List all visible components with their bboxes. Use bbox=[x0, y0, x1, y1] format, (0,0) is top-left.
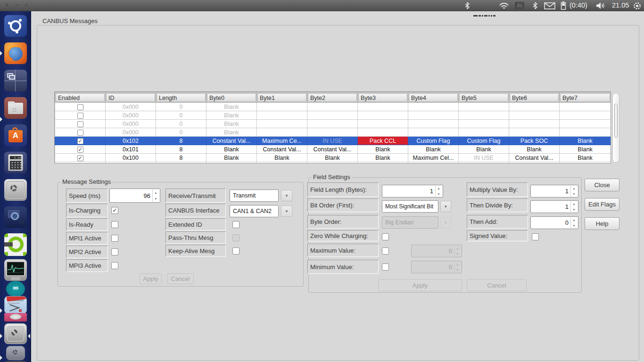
byte-cell[interactable]: Blank bbox=[459, 145, 509, 154]
table-row[interactable]: ✓0x1018BlankConstant Val...Constant Val.… bbox=[55, 145, 611, 154]
length-cell[interactable]: 0 bbox=[156, 128, 206, 137]
minimum-value-spinner[interactable]: 0▲▼ bbox=[411, 261, 462, 273]
message-cancel-button[interactable]: Cancel bbox=[167, 273, 194, 284]
table-row[interactable]: 0x0000Blank bbox=[55, 128, 611, 137]
row-enabled-checkbox[interactable] bbox=[77, 130, 83, 136]
dock-item-files[interactable]: ⌂ bbox=[4, 97, 27, 119]
pass-thru-mesg-checkbox[interactable] bbox=[232, 234, 239, 241]
bluetooth-icon[interactable] bbox=[532, 2, 538, 11]
byte-cell[interactable] bbox=[307, 120, 358, 128]
byte-order-combo-arrow[interactable]: ▼ bbox=[440, 217, 451, 228]
bit-order-combo-arrow[interactable]: ▼ bbox=[440, 201, 451, 212]
bluetooth-icon[interactable] bbox=[464, 2, 471, 11]
length-cell[interactable]: 0 bbox=[156, 103, 206, 111]
id-cell[interactable]: 0x100 bbox=[106, 154, 156, 162]
mpi3-active-checkbox[interactable] bbox=[111, 262, 118, 269]
zero-while-charging-checkbox[interactable] bbox=[382, 233, 389, 240]
row-enabled-checkbox[interactable] bbox=[77, 113, 83, 119]
byte-cell[interactable] bbox=[560, 120, 611, 128]
byte-cell[interactable] bbox=[560, 128, 611, 137]
then-add-spinner[interactable]: 0▲▼ bbox=[530, 216, 578, 229]
minimum-value-checkbox[interactable] bbox=[382, 263, 389, 271]
byte-cell[interactable] bbox=[257, 120, 307, 128]
scrollbar-thumb[interactable] bbox=[614, 104, 618, 138]
byte-cell[interactable]: Pack SOC bbox=[509, 137, 560, 145]
byte-cell[interactable] bbox=[509, 120, 560, 128]
dock-item-screenshot-tool[interactable] bbox=[4, 206, 27, 228]
table-row[interactable]: 0x0000Blank bbox=[55, 120, 611, 128]
byte-cell[interactable] bbox=[459, 111, 509, 120]
close-button[interactable]: Close bbox=[585, 179, 619, 191]
col-header-id[interactable]: ID bbox=[106, 92, 156, 103]
dock-item-system-settings[interactable] bbox=[4, 179, 27, 201]
byte-cell[interactable] bbox=[408, 103, 459, 111]
battery-icon[interactable] bbox=[561, 1, 566, 12]
canbus-interface-combo-arrow[interactable]: ▼ bbox=[281, 206, 292, 217]
table-scrollbar[interactable] bbox=[612, 93, 619, 163]
byte-cell[interactable]: IN USE bbox=[459, 154, 509, 162]
byte-cell[interactable] bbox=[509, 128, 560, 137]
dock-item-gear-app-faded[interactable] bbox=[6, 346, 25, 360]
mail-icon[interactable] bbox=[544, 2, 555, 11]
dock-item-gear-app-focused[interactable] bbox=[4, 323, 27, 344]
byte-cell[interactable] bbox=[358, 111, 408, 120]
dock-item-calculator[interactable]: 3.14 bbox=[4, 152, 27, 173]
byte-cell[interactable]: Blank bbox=[560, 137, 611, 145]
window-maximize-button[interactable]: + bbox=[22, 1, 31, 8]
dock-item-system-monitor[interactable] bbox=[4, 259, 27, 281]
byte-cell[interactable] bbox=[459, 128, 509, 137]
byte-cell[interactable]: Blank bbox=[560, 145, 611, 154]
col-header-byte6[interactable]: Byte6 bbox=[509, 92, 560, 103]
canbus-interface-combo[interactable]: CAN1 & CAN2 bbox=[230, 205, 279, 217]
byte-cell[interactable]: Blank bbox=[206, 154, 257, 162]
enabled-cell[interactable]: ✓ bbox=[55, 145, 106, 154]
col-header-length[interactable]: Length bbox=[156, 92, 206, 103]
dock-item-can-tool[interactable] bbox=[4, 233, 27, 256]
length-cell[interactable]: 0 bbox=[156, 120, 206, 128]
enabled-cell[interactable] bbox=[55, 128, 106, 137]
byte-cell[interactable]: Blank bbox=[358, 145, 408, 154]
byte-cell[interactable]: IN USE bbox=[307, 137, 358, 145]
enabled-cell[interactable] bbox=[55, 120, 106, 128]
byte-cell[interactable] bbox=[257, 128, 307, 137]
dock-item-firefox[interactable] bbox=[4, 42, 27, 64]
field-cancel-button[interactable]: Cancel bbox=[467, 279, 527, 291]
row-enabled-checkbox[interactable]: ✓ bbox=[77, 138, 83, 144]
byte-cell[interactable] bbox=[408, 128, 459, 137]
col-header-byte7[interactable]: Byte7 bbox=[560, 92, 611, 103]
maximum-value-checkbox[interactable] bbox=[382, 247, 389, 255]
table-row[interactable]: ✓0x1008BlankBlankBlankBlankMaximum Cel..… bbox=[55, 154, 611, 162]
battery-time-label[interactable]: (0:40) bbox=[570, 1, 587, 9]
byte-cell[interactable]: Custom Flag bbox=[408, 137, 459, 145]
byte-cell[interactable]: Blank bbox=[206, 120, 257, 128]
dock-item-workspace-switcher[interactable] bbox=[4, 70, 27, 91]
enabled-cell[interactable]: ✓ bbox=[55, 137, 106, 145]
col-header-byte5[interactable]: Byte5 bbox=[459, 92, 509, 103]
byte-cell[interactable] bbox=[358, 120, 408, 128]
maximum-value-spinner[interactable]: 0▲▼ bbox=[411, 245, 462, 257]
receive-transmit-combo[interactable]: Transmit bbox=[230, 189, 279, 202]
message-apply-button[interactable]: Apply bbox=[140, 273, 162, 284]
byte-cell[interactable]: Maximum Ce... bbox=[257, 137, 307, 145]
length-cell[interactable]: 8 bbox=[156, 145, 206, 154]
field-length-spinner[interactable]: 1▲▼ bbox=[382, 185, 443, 197]
enabled-cell[interactable]: ✓ bbox=[55, 154, 106, 162]
byte-cell[interactable] bbox=[307, 103, 358, 111]
byte-cell[interactable] bbox=[307, 111, 358, 120]
table-row[interactable]: ✓0x1028Constant Val...Maximum Ce...IN US… bbox=[55, 137, 611, 145]
row-enabled-checkbox[interactable]: ✓ bbox=[77, 147, 83, 153]
byte-cell[interactable] bbox=[509, 111, 560, 120]
dock-item-platform-tray[interactable] bbox=[4, 313, 27, 321]
byte-cell[interactable] bbox=[560, 111, 611, 120]
then-divide-spinner[interactable]: 1▲▼ bbox=[530, 200, 578, 213]
byte-cell[interactable] bbox=[257, 111, 307, 120]
byte-cell[interactable] bbox=[358, 128, 408, 137]
row-enabled-checkbox[interactable] bbox=[77, 104, 83, 110]
col-header-byte3[interactable]: Byte3 bbox=[358, 92, 408, 103]
window-minimize-button[interactable]: − bbox=[13, 1, 21, 8]
byte-order-combo[interactable]: Big Endian bbox=[382, 216, 438, 229]
byte-cell[interactable]: Pack CCL bbox=[358, 137, 408, 145]
dock-item-ubuntu-dash[interactable] bbox=[4, 15, 27, 37]
session-gear-icon[interactable] bbox=[633, 1, 642, 12]
mpi3-active-checkbox[interactable] bbox=[111, 248, 118, 255]
